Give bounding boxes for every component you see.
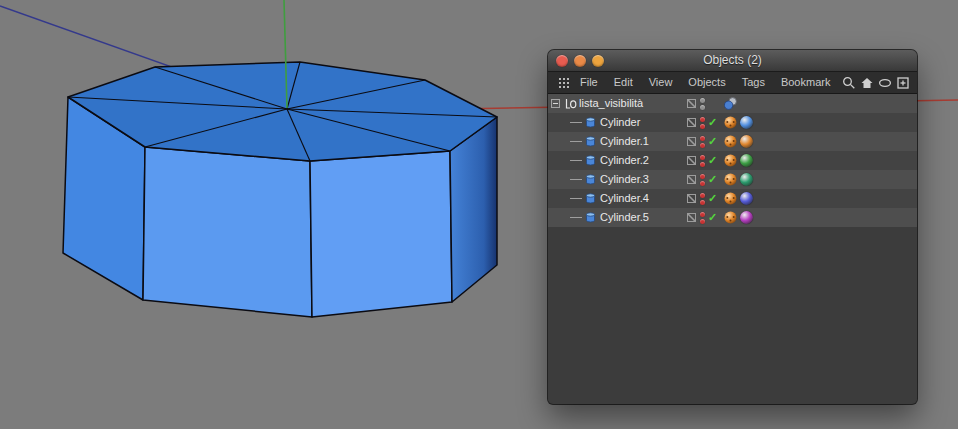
tree-row[interactable]: Cylinder.2 ✓ [548, 151, 917, 170]
object-name[interactable]: Cylinder.5 [600, 208, 649, 227]
enabled-check-icon[interactable]: ✓ [708, 151, 717, 170]
enabled-check-icon[interactable]: ✓ [708, 189, 717, 208]
cylinder-object-icon [584, 211, 597, 224]
tree-branch [570, 217, 582, 218]
visibility-dots[interactable] [700, 193, 705, 207]
visibility-dots[interactable] [700, 174, 705, 188]
detach-panel-icon[interactable] [894, 75, 911, 91]
search-icon[interactable] [840, 75, 857, 91]
menu-edit[interactable]: Edit [606, 72, 641, 93]
phong-tag-icon[interactable] [724, 211, 737, 224]
objects-window: Objects (2) File Edit View Objects Tags … [548, 50, 917, 404]
eye-icon[interactable] [876, 75, 893, 91]
visibility-dots[interactable] [700, 117, 705, 131]
phong-tag-icon[interactable] [724, 154, 737, 167]
menu-bar: File Edit View Objects Tags Bookmark [548, 72, 917, 94]
material-tag-icon[interactable] [740, 116, 753, 129]
tree-branch [570, 122, 582, 123]
layer-swatch-icon[interactable] [687, 118, 696, 127]
layer-swatch-icon[interactable] [687, 175, 696, 184]
enabled-check-icon[interactable]: ✓ [708, 132, 717, 151]
enabled-check-icon[interactable]: ✓ [708, 113, 717, 132]
close-button[interactable] [556, 55, 568, 67]
material-tag-icon[interactable] [740, 192, 753, 205]
object-name[interactable]: Cylinder.4 [600, 189, 649, 208]
object-name[interactable]: Cylinder.2 [600, 151, 649, 170]
tree-row-root[interactable]: lista_visibilità [548, 94, 917, 113]
object-name[interactable]: Cylinder.3 [600, 170, 649, 189]
visibility-dots[interactable] [700, 155, 705, 169]
menu-tags[interactable]: Tags [734, 72, 773, 93]
tree-branch [570, 160, 582, 161]
cylinder-object-icon [584, 173, 597, 186]
material-tag-icon[interactable] [740, 135, 753, 148]
menu-objects[interactable]: Objects [680, 72, 733, 93]
menu-file[interactable]: File [572, 72, 606, 93]
tree-row[interactable]: Cylinder.1 ✓ [548, 132, 917, 151]
tree-branch [570, 198, 582, 199]
phong-tag-icon[interactable] [724, 135, 737, 148]
octagon-cylinder-object[interactable] [63, 62, 497, 317]
menu-bookmark[interactable]: Bookmark [773, 72, 839, 93]
object-name[interactable]: Cylinder [600, 113, 640, 132]
minimize-button[interactable] [574, 55, 586, 67]
visibility-dots[interactable] [700, 136, 705, 150]
material-tag-icon[interactable] [740, 173, 753, 186]
menu-view[interactable]: View [641, 72, 681, 93]
enabled-check-icon[interactable]: ✓ [708, 170, 717, 189]
object-name[interactable]: Cylinder.1 [600, 132, 649, 151]
object-manager-content[interactable]: lista_visibilità Cylinder [548, 94, 917, 403]
enabled-check-icon[interactable]: ✓ [708, 208, 717, 227]
phong-tag-icon[interactable] [724, 116, 737, 129]
expression-tag-icon[interactable] [724, 97, 737, 110]
visibility-dots[interactable] [700, 98, 705, 112]
tree-row[interactable]: Cylinder.3 ✓ [548, 170, 917, 189]
cylinder-object-icon [584, 116, 597, 129]
layer-swatch-icon[interactable] [687, 156, 696, 165]
layer-swatch-icon[interactable] [687, 213, 696, 222]
collapse-toggle-icon[interactable] [551, 99, 560, 108]
tree-row[interactable]: Cylinder ✓ [548, 113, 917, 132]
material-tag-icon[interactable] [740, 211, 753, 224]
layer-swatch-icon[interactable] [687, 99, 696, 108]
zoom-button[interactable] [592, 55, 604, 67]
material-tag-icon[interactable] [740, 154, 753, 167]
object-name[interactable]: lista_visibilità [579, 94, 643, 113]
phong-tag-icon[interactable] [724, 173, 737, 186]
tree-row[interactable]: Cylinder.5 ✓ [548, 208, 917, 227]
tree-branch [570, 141, 582, 142]
tree-branch [570, 179, 582, 180]
cylinder-object-icon [584, 154, 597, 167]
panel-grid-icon[interactable] [555, 75, 572, 91]
list-object-icon [564, 97, 577, 110]
window-titlebar[interactable]: Objects (2) [548, 50, 917, 72]
cylinder-object-icon [584, 135, 597, 148]
tree-row[interactable]: Cylinder.4 ✓ [548, 189, 917, 208]
phong-tag-icon[interactable] [724, 192, 737, 205]
layer-swatch-icon[interactable] [687, 194, 696, 203]
visibility-dots[interactable] [700, 212, 705, 226]
home-icon[interactable] [858, 75, 875, 91]
layer-swatch-icon[interactable] [687, 137, 696, 146]
cylinder-object-icon [584, 192, 597, 205]
